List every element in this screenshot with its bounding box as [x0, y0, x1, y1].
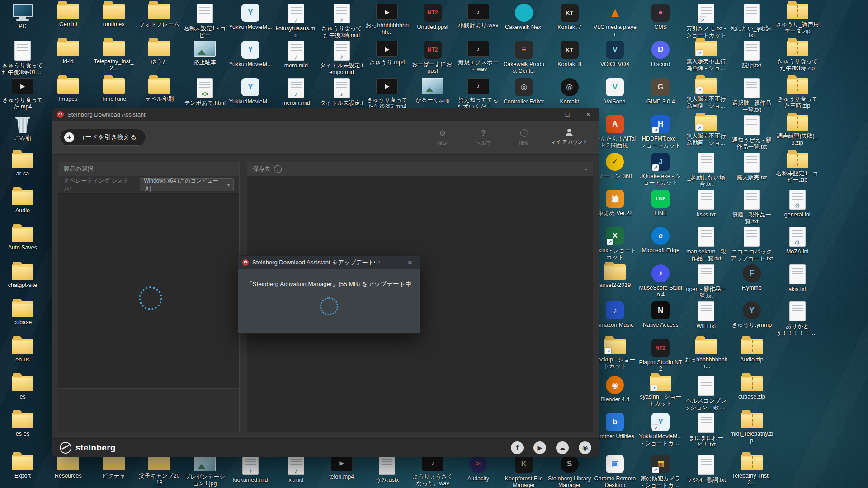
desktop-icon[interactable]: Audio	[0, 190, 45, 214]
desktop-icon[interactable]: おっhhhhhhhhhhh...	[684, 339, 728, 370]
desktop-icon[interactable]: Telepathy_Inst_2...	[92, 41, 136, 72]
desktop-icon[interactable]: ごみ箱	[0, 115, 45, 141]
desktop-icon[interactable]: Aかんたん！AITalk 3 関西風	[593, 115, 637, 149]
desktop-icon[interactable]: ♪小銭貯まり.wav	[456, 4, 500, 29]
desktop-icon[interactable]: ◎Kontakt	[547, 78, 592, 105]
youtube-icon[interactable]: ▶	[533, 441, 546, 454]
dialog-close-button[interactable]: ×	[401, 256, 420, 269]
chevron-down-icon[interactable]: ▾	[585, 167, 587, 172]
desktop-icon[interactable]: NNative Access	[638, 301, 683, 328]
desktop-icon[interactable]: フォトフレーム	[137, 4, 181, 28]
desktop-icon[interactable]: ♪新規エクスポート.wav	[456, 41, 500, 73]
help-button[interactable]: ? ヘルプ	[469, 129, 497, 146]
desktop-icon[interactable]: ♪MuseScore Studio 4	[638, 264, 683, 298]
desktop-icon[interactable]: Images	[46, 78, 90, 103]
desktop-icon[interactable]: chatgpt-site	[0, 264, 45, 289]
desktop-icon[interactable]: ♪答え知っててもむずいんだこれ.wav	[456, 78, 500, 110]
desktop-icon[interactable]: ▣Chrome Remote Desktop	[593, 455, 637, 488]
desktop-icon[interactable]: akis.txt	[775, 264, 820, 293]
desktop-icon[interactable]: Telepathy_Inst_2...	[730, 455, 774, 486]
desktop-icon[interactable]: ♪Amazon Music	[593, 301, 637, 328]
desktop-icon[interactable]: Yきゅうり.ymmp	[730, 301, 774, 328]
desktop-icon[interactable]: NT2Piapro Studio NT2	[638, 339, 683, 373]
desktop-icon[interactable]: ヘルスコンプレッション＿歌詞.txt	[684, 376, 728, 411]
desktop-icon[interactable]: ksks.txt	[684, 190, 728, 218]
desktop-icon[interactable]: きゅうり食ってた午後3時-01.cpr	[0, 41, 45, 76]
desktop-icon[interactable]: YYukkuriMovieM...	[228, 78, 273, 105]
desktop-icon[interactable]: LINELINE	[638, 190, 683, 217]
info-button[interactable]: i 情報	[510, 129, 538, 146]
desktop-icon[interactable]: runtimes	[92, 4, 136, 28]
desktop-icon[interactable]: ♪mero.mid	[274, 41, 318, 69]
desktop-icon[interactable]: ↗無人販売不正行為画像 - ショートカッ...	[684, 41, 728, 72]
desktop-icon[interactable]: ↗backup - ショートカット	[593, 339, 637, 370]
redeem-code-button[interactable]: + コードを引き換える	[60, 129, 146, 146]
soundcloud-icon[interactable]: ☁	[556, 441, 569, 454]
desktop-icon[interactable]: Cakewalk Next	[502, 4, 546, 31]
desktop-icon[interactable]: ♪タイトル未設定.tempo.mid	[320, 41, 364, 76]
desktop-icon[interactable]: DDiscord	[638, 41, 683, 68]
desktop-icon[interactable]: きゅうり_調声用データ.zip	[775, 4, 820, 35]
desktop-icon[interactable]: <>テンポあて.html	[183, 78, 227, 107]
desktop-icon[interactable]: ニコニコバックアップコード.txt	[730, 227, 774, 262]
desktop-icon[interactable]: ⚙general.ini	[775, 190, 820, 218]
desktop-icon[interactable]: 無題 - 親作品一覧.txt	[730, 190, 774, 225]
desktop-icon[interactable]: ありがとう！！！！！！.txt	[775, 301, 820, 337]
desktop-icon[interactable]: 通知うぜえ - 親作品一覧.txt	[730, 115, 774, 150]
desktop-icon[interactable]: ▶きゅうり.mp4	[365, 41, 409, 66]
maximize-button[interactable]: □	[557, 108, 578, 121]
desktop-icon[interactable]: 調声練習(失敗)_3.zip	[775, 115, 820, 146]
desktop-icon[interactable]: YYukkuriMovieM...	[228, 41, 273, 68]
desktop-icon[interactable]: きゅうり食ってた午後3時.zip	[775, 41, 820, 72]
settings-button[interactable]: ⚙ 設定	[429, 129, 457, 146]
desktop-icon[interactable]: ラジオ_歌詞.txt	[684, 455, 728, 483]
desktop-icon[interactable]: open - 親作品一覧.txt	[684, 264, 728, 300]
desktop-icon[interactable]: うみ.ustx	[365, 455, 409, 483]
desktop-icon[interactable]: KTKontakt 7	[547, 4, 592, 31]
desktop-icon[interactable]: KKeepforest File Manager	[502, 455, 546, 488]
desktop-icon[interactable]: GGIMP 3.0.4	[638, 78, 683, 105]
desktop-icon[interactable]: Gemini	[46, 4, 90, 28]
desktop-icon[interactable]: en-us	[0, 339, 45, 363]
desktop-icon[interactable]: SSteinberg Library Manager	[547, 455, 592, 488]
desktop-icon[interactable]: es	[0, 376, 45, 400]
instagram-icon[interactable]: ◉	[579, 441, 591, 454]
desktop-icon[interactable]: プレゼンテーション1.jpg	[183, 455, 227, 487]
desktop-icon[interactable]: まにまにわーど！.txt	[684, 413, 728, 448]
desktop-icon[interactable]: ▶きゅうり食ってた.mp4	[0, 78, 45, 110]
desktop-icon[interactable]: 無人販売.txt	[730, 153, 774, 181]
os-select[interactable]: Windows x64 (このコンピュータ) ▾	[140, 178, 234, 191]
desktop-icon[interactable]: Audio.zip	[730, 339, 774, 363]
desktop-icon[interactable]: ピクチャ	[92, 455, 136, 479]
desktop-icon[interactable]: ✓ノートン 360	[593, 153, 637, 180]
desktop-icon[interactable]: Y↗YukkuriMovieM... - ショートカット	[638, 413, 683, 447]
desktop-icon[interactable]: Export	[0, 455, 45, 479]
desktop-icon[interactable]: ▶おっhhhhhhhhhhhh...	[365, 4, 409, 36]
desktop-icon[interactable]: es-es	[0, 413, 45, 437]
dialog-titlebar[interactable]: Steinberg Download Assistant をアップデート中 ×	[238, 256, 420, 269]
desktop-icon[interactable]: ♪ようりょうさくなった。wav	[410, 455, 455, 487]
desktop-icon[interactable]: ▶きゅうり食ってた午後3時.mp4	[365, 78, 409, 110]
desktop-icon[interactable]: NT2Untitled.ppsf	[410, 4, 455, 31]
desktop-icon[interactable]: 路上駐車	[183, 41, 227, 66]
desktop-icon[interactable]: bBrother Utilities	[593, 413, 637, 440]
desktop-icon[interactable]: ↗無人販売不正行為画像 - ショートカット	[684, 78, 728, 109]
desktop-icon[interactable]: ♪xl.mid	[274, 455, 318, 483]
desktop-icon[interactable]: ar-sa	[0, 153, 45, 177]
desktop-icon[interactable]: ≈Audacity	[456, 455, 500, 482]
desktop-icon[interactable]: ▦↗家の防犯カメラ - ショートカット	[638, 455, 683, 488]
desktop-icon[interactable]: ↗syasinn - ショートカット	[638, 376, 683, 407]
desktop-icon[interactable]: Auto Saves	[0, 227, 45, 251]
desktop-icon[interactable]: cubase.zip	[730, 376, 774, 400]
desktop-icon[interactable]: cubase	[0, 301, 45, 326]
minimize-button[interactable]: —	[536, 108, 557, 121]
desktop-icon[interactable]: 死にたい_φ歌詞.txt	[730, 4, 774, 39]
desktop-icon[interactable]: ♪kotusytuaaus.mid	[274, 4, 318, 39]
desktop-icon[interactable]: ⚙MoZA.ini	[775, 227, 820, 255]
desktop-icon[interactable]: eMicrosoft Edge	[638, 227, 683, 254]
desktop-icon[interactable]: ◎Controller Editor	[502, 78, 546, 105]
desktop-icon[interactable]: 父子キャンプ2018	[137, 455, 181, 486]
desktop-icon[interactable]: PC	[0, 4, 45, 30]
desktop-icon[interactable]: ♪kiokumed.mid	[228, 455, 273, 483]
desktop-icon[interactable]: ↗無人販売不正行為動画 - ショートカット	[684, 115, 728, 146]
